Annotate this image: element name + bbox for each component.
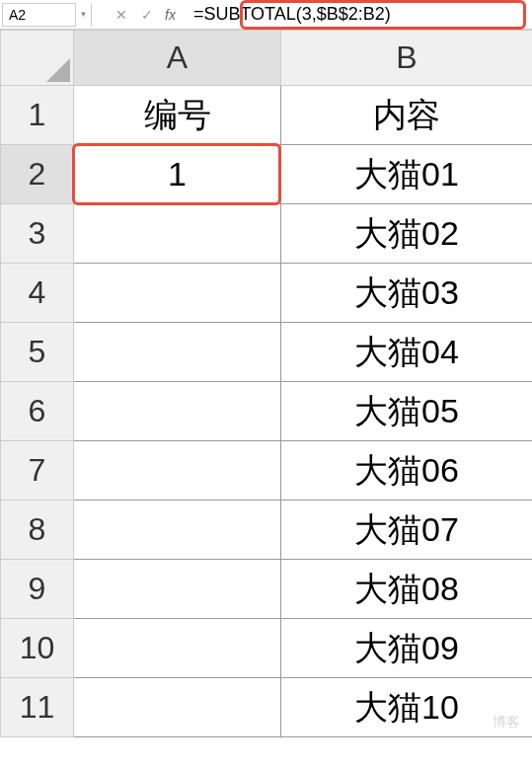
enter-icon[interactable]: ✓: [139, 7, 155, 23]
cell-A3[interactable]: [74, 204, 281, 264]
spreadsheet-grid: A B 1 编号 内容 2 1 大猫01 3 大猫02 4 大猫03 5 大猫0…: [0, 30, 532, 737]
cell-B2[interactable]: 大猫01: [281, 145, 533, 204]
column-header-B[interactable]: B: [281, 31, 533, 86]
table-row: 6 大猫05: [1, 382, 533, 441]
cell-A5[interactable]: [74, 323, 281, 382]
cell-A1[interactable]: 编号: [74, 86, 281, 145]
cell-A11[interactable]: [74, 678, 281, 737]
row-header-2[interactable]: 2: [1, 145, 74, 204]
name-box-value: A2: [9, 7, 26, 23]
formula-input[interactable]: =SUBTOTAL(3,$B$2:B2): [190, 3, 530, 27]
fx-icon[interactable]: fx: [165, 7, 176, 23]
cell-A4[interactable]: [74, 264, 281, 323]
column-header-A[interactable]: A: [74, 31, 281, 86]
row-header-4[interactable]: 4: [1, 264, 74, 323]
name-box[interactable]: A2: [2, 3, 76, 27]
corner-triangle-icon: [46, 58, 70, 82]
name-box-dropdown-icon[interactable]: ▼: [76, 3, 92, 27]
table-row: 11 大猫10: [1, 678, 533, 737]
cell-B1[interactable]: 内容: [281, 86, 533, 145]
table-row: 9 大猫08: [1, 560, 533, 619]
row-header-8[interactable]: 8: [1, 501, 74, 560]
column-header-row: A B: [1, 31, 533, 86]
cell-A9[interactable]: [74, 560, 281, 619]
table-row: 8 大猫07: [1, 501, 533, 560]
cancel-icon[interactable]: ✕: [114, 7, 129, 23]
cell-B10[interactable]: 大猫09: [281, 619, 533, 678]
table-row: 4 大猫03: [1, 264, 533, 323]
cell-B7[interactable]: 大猫06: [281, 441, 533, 501]
formula-text: =SUBTOTAL(3,$B$2:B2): [193, 4, 391, 25]
row-header-3[interactable]: 3: [1, 204, 74, 264]
table-row: 10 大猫09: [1, 619, 533, 678]
row-header-10[interactable]: 10: [1, 619, 74, 678]
row-header-5[interactable]: 5: [1, 323, 74, 382]
table-row: 2 1 大猫01: [1, 145, 533, 204]
cell-A10[interactable]: [74, 619, 281, 678]
row-header-1[interactable]: 1: [1, 86, 74, 145]
cell-B8[interactable]: 大猫07: [281, 501, 533, 560]
table-row: 5 大猫04: [1, 323, 533, 382]
formula-bar-icons: ✕ ✓ fx: [108, 7, 190, 23]
table-row: 3 大猫02: [1, 204, 533, 264]
cell-B5[interactable]: 大猫04: [281, 323, 533, 382]
grid-table: A B 1 编号 内容 2 1 大猫01 3 大猫02 4 大猫03 5 大猫0…: [0, 30, 532, 737]
cell-A6[interactable]: [74, 382, 281, 441]
cell-A8[interactable]: [74, 501, 281, 560]
cell-B11[interactable]: 大猫10: [281, 678, 533, 737]
row-header-11[interactable]: 11: [1, 678, 74, 737]
cell-B9[interactable]: 大猫08: [281, 560, 533, 619]
formula-bar: A2 ▼ ✕ ✓ fx =SUBTOTAL(3,$B$2:B2): [0, 0, 532, 30]
table-row: 1 编号 内容: [1, 86, 533, 145]
cell-B4[interactable]: 大猫03: [281, 264, 533, 323]
row-header-6[interactable]: 6: [1, 382, 74, 441]
select-all-corner[interactable]: [1, 31, 74, 86]
row-header-9[interactable]: 9: [1, 560, 74, 619]
cell-A2[interactable]: 1: [74, 145, 281, 204]
cell-B6[interactable]: 大猫05: [281, 382, 533, 441]
table-row: 7 大猫06: [1, 441, 533, 501]
cell-A7[interactable]: [74, 441, 281, 501]
row-header-7[interactable]: 7: [1, 441, 74, 501]
cell-B3[interactable]: 大猫02: [281, 204, 533, 264]
